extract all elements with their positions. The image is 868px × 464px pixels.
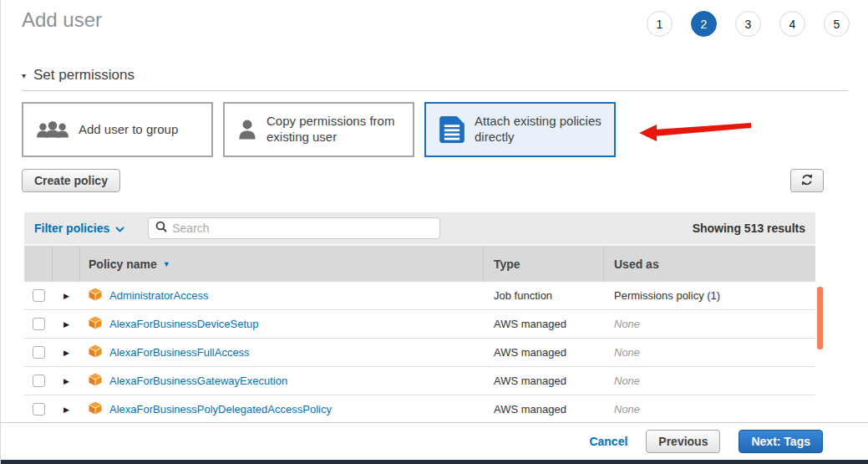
policy-name-link[interactable]: AdministratorAccess	[109, 289, 208, 302]
table-row: ▶ AlexaForBusinessDeviceSetup AWS manage…	[24, 310, 815, 339]
policies-table: Filter policies Showing 513 results Poli…	[24, 212, 815, 424]
header-expander-cell	[53, 246, 80, 282]
filter-bar: Filter policies Showing 513 results	[24, 212, 815, 244]
filter-policies-dropdown[interactable]: Filter policies	[34, 221, 124, 236]
user-icon	[238, 119, 256, 140]
row-checkbox[interactable]	[33, 318, 45, 330]
policy-name-link[interactable]: AlexaForBusinessPolyDelegatedAccessPolic…	[109, 403, 332, 416]
option-label: Attach existing policies directly	[475, 114, 606, 145]
group-icon	[37, 120, 69, 140]
header-policy-name[interactable]: Policy name ▼	[80, 246, 484, 282]
filter-policies-label: Filter policies	[34, 222, 109, 235]
policy-cube-icon	[89, 288, 102, 304]
policy-cube-icon	[89, 373, 102, 390]
table-header-row: Policy name ▼ Type Used as	[24, 244, 815, 282]
chevron-down-icon	[115, 221, 124, 236]
row-checkbox[interactable]	[33, 289, 45, 302]
policy-name-link[interactable]: AlexaForBusinessGatewayExecution	[109, 375, 287, 387]
header-type[interactable]: Type	[484, 246, 604, 282]
option-label: Add user to group	[79, 122, 178, 138]
expander-icon[interactable]: ▶	[63, 320, 69, 329]
option-label: Copy permissions from existing user	[266, 114, 404, 145]
search-icon	[155, 221, 167, 236]
set-permissions-section-header[interactable]: ▾ Set permissions	[22, 67, 868, 84]
header-checkbox-cell	[24, 246, 53, 282]
document-icon	[439, 116, 464, 143]
policy-type: AWS managed	[494, 403, 566, 416]
policy-used-as: None	[614, 346, 640, 359]
next-tags-button[interactable]: Next: Tags	[739, 430, 823, 453]
sort-descending-icon: ▼	[163, 260, 170, 268]
permission-option-cards: Add user to group Copy permissions from …	[22, 102, 868, 157]
refresh-icon	[800, 173, 814, 189]
section-heading: Set permissions	[33, 67, 135, 84]
table-row: ▶ AlexaForBusinessFullAccess AWS managed…	[24, 339, 815, 367]
table-row: ▶ AlexaForBusinessGatewayExecution AWS m…	[24, 367, 815, 395]
policy-type: Job function	[494, 289, 552, 302]
previous-button[interactable]: Previous	[646, 430, 720, 453]
policy-used-as: None	[614, 403, 640, 416]
policy-used-as: None	[614, 318, 640, 330]
collapse-arrow-icon: ▾	[22, 71, 26, 80]
expander-icon[interactable]: ▶	[63, 405, 69, 414]
wizard-step-indicator: 1 2 3 4 5	[647, 11, 850, 37]
section-divider	[22, 90, 848, 91]
policy-type: AWS managed	[494, 346, 566, 359]
step-5: 5	[824, 11, 850, 37]
refresh-button[interactable]	[790, 169, 824, 192]
step-4: 4	[779, 11, 805, 37]
option-copy-permissions[interactable]: Copy permissions from existing user	[223, 102, 414, 157]
policy-type: AWS managed	[494, 375, 566, 387]
window-bottom-border	[1, 460, 868, 464]
annotation-arrow	[611, 109, 757, 150]
results-count: Showing 513 results	[693, 222, 805, 235]
search-input[interactable]	[172, 222, 433, 235]
policy-name-link[interactable]: AlexaForBusinessDeviceSetup	[109, 318, 258, 330]
policy-cube-icon	[89, 316, 102, 333]
policy-cube-icon	[89, 344, 102, 361]
row-checkbox[interactable]	[33, 375, 45, 387]
table-row: ▶ AdministratorAccess Job function Permi…	[24, 282, 815, 310]
row-checkbox[interactable]	[33, 403, 45, 416]
policy-name-link[interactable]: AlexaForBusinessFullAccess	[109, 346, 250, 359]
page-title: Add user	[22, 8, 102, 32]
policy-used-as: None	[614, 375, 640, 387]
header-used-as[interactable]: Used as	[604, 246, 815, 282]
table-scrollbar-thumb[interactable]	[817, 287, 823, 349]
create-policy-button[interactable]: Create policy	[22, 169, 120, 192]
cancel-link[interactable]: Cancel	[589, 435, 627, 448]
search-box	[148, 217, 440, 239]
table-row: ▶ AlexaForBusinessPolyDelegatedAccessPol…	[24, 395, 815, 424]
policy-used-as: Permissions policy (1)	[614, 289, 720, 302]
row-checkbox[interactable]	[33, 346, 45, 359]
step-2-current: 2	[691, 11, 717, 37]
policy-toolbar: Create policy	[22, 169, 824, 192]
option-attach-existing-policies[interactable]: Attach existing policies directly	[424, 102, 616, 157]
expander-icon[interactable]: ▶	[63, 349, 69, 357]
expander-icon[interactable]: ▶	[63, 377, 69, 385]
expander-icon[interactable]: ▶	[63, 292, 69, 300]
add-user-wizard-page: Add user 1 2 3 4 5 ▾ Set permissions	[0, 0, 868, 464]
policy-cube-icon	[89, 401, 102, 418]
step-1: 1	[647, 11, 673, 37]
page-header: Add user 1 2 3 4 5	[1, 0, 868, 52]
option-add-user-to-group[interactable]: Add user to group	[22, 102, 213, 157]
policy-type: AWS managed	[494, 318, 566, 330]
wizard-footer: Cancel Previous Next: Tags	[1, 422, 868, 460]
step-3: 3	[735, 11, 761, 37]
